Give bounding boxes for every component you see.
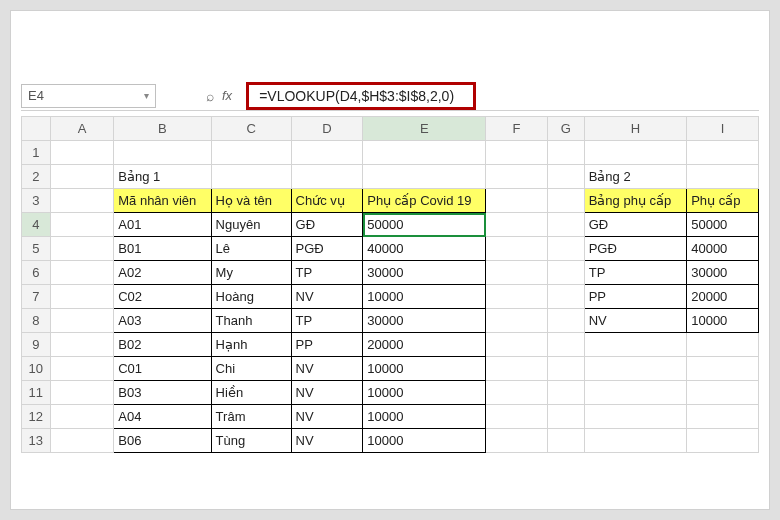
column-header-H[interactable]: H <box>584 117 687 141</box>
row-header-7[interactable]: 7 <box>22 285 51 309</box>
cell-F10[interactable] <box>486 357 548 381</box>
cell-A6[interactable] <box>50 261 114 285</box>
cell-B8[interactable]: A03 <box>114 309 211 333</box>
cell-C4[interactable]: Nguyên <box>211 213 291 237</box>
cell-B4[interactable]: A01 <box>114 213 211 237</box>
cell-E2[interactable] <box>363 165 486 189</box>
cell-I13[interactable] <box>687 429 759 453</box>
row-header-1[interactable]: 1 <box>22 141 51 165</box>
cell-C2[interactable] <box>211 165 291 189</box>
cell-A7[interactable] <box>50 285 114 309</box>
cell-D8[interactable]: TP <box>291 309 363 333</box>
select-all-corner[interactable] <box>22 117 51 141</box>
spreadsheet-grid[interactable]: ABCDEFGHI 12Bảng 1Bảng 23Mã nhân viênHọ … <box>21 116 759 499</box>
cell-G3[interactable] <box>547 189 584 213</box>
column-header-A[interactable]: A <box>50 117 114 141</box>
cell-H10[interactable] <box>584 357 687 381</box>
column-header-E[interactable]: E <box>363 117 486 141</box>
cell-H3[interactable]: Bảng phụ cấp <box>584 189 687 213</box>
cell-A10[interactable] <box>50 357 114 381</box>
cell-G5[interactable] <box>547 237 584 261</box>
row-header-9[interactable]: 9 <box>22 333 51 357</box>
row-header-12[interactable]: 12 <box>22 405 51 429</box>
row-header-11[interactable]: 11 <box>22 381 51 405</box>
cell-F13[interactable] <box>486 429 548 453</box>
cell-I1[interactable] <box>687 141 759 165</box>
cell-B5[interactable]: B01 <box>114 237 211 261</box>
cell-D13[interactable]: NV <box>291 429 363 453</box>
cell-C11[interactable]: Hiền <box>211 381 291 405</box>
cell-C9[interactable]: Hạnh <box>211 333 291 357</box>
row-header-13[interactable]: 13 <box>22 429 51 453</box>
cell-C13[interactable]: Tùng <box>211 429 291 453</box>
cell-C5[interactable]: Lê <box>211 237 291 261</box>
cell-E7[interactable]: 10000 <box>363 285 486 309</box>
cell-I11[interactable] <box>687 381 759 405</box>
cell-H2[interactable]: Bảng 2 <box>584 165 687 189</box>
zoom-icon[interactable]: ⌕ <box>206 88 214 104</box>
cell-D9[interactable]: PP <box>291 333 363 357</box>
cell-F3[interactable] <box>486 189 548 213</box>
cell-D4[interactable]: GĐ <box>291 213 363 237</box>
cell-F5[interactable] <box>486 237 548 261</box>
cell-B7[interactable]: C02 <box>114 285 211 309</box>
cell-G6[interactable] <box>547 261 584 285</box>
cell-F9[interactable] <box>486 333 548 357</box>
formula-input[interactable]: =VLOOKUP(D4,$H$3:$I$8,2,0) <box>246 82 476 110</box>
cell-D6[interactable]: TP <box>291 261 363 285</box>
cell-D7[interactable]: NV <box>291 285 363 309</box>
cell-B6[interactable]: A02 <box>114 261 211 285</box>
cell-G8[interactable] <box>547 309 584 333</box>
cell-F6[interactable] <box>486 261 548 285</box>
cell-E11[interactable]: 10000 <box>363 381 486 405</box>
row-header-6[interactable]: 6 <box>22 261 51 285</box>
cell-A9[interactable] <box>50 333 114 357</box>
cell-E9[interactable]: 20000 <box>363 333 486 357</box>
cell-I7[interactable]: 20000 <box>687 285 759 309</box>
column-header-G[interactable]: G <box>547 117 584 141</box>
row-header-10[interactable]: 10 <box>22 357 51 381</box>
cell-H1[interactable] <box>584 141 687 165</box>
cell-E10[interactable]: 10000 <box>363 357 486 381</box>
name-box[interactable]: E4 ▾ <box>21 84 156 108</box>
row-header-8[interactable]: 8 <box>22 309 51 333</box>
cell-D12[interactable]: NV <box>291 405 363 429</box>
cell-C12[interactable]: Trâm <box>211 405 291 429</box>
cell-G4[interactable] <box>547 213 584 237</box>
cell-D3[interactable]: Chức vụ <box>291 189 363 213</box>
cell-H4[interactable]: GĐ <box>584 213 687 237</box>
column-header-I[interactable]: I <box>687 117 759 141</box>
cell-I6[interactable]: 30000 <box>687 261 759 285</box>
cell-A2[interactable] <box>50 165 114 189</box>
cell-D11[interactable]: NV <box>291 381 363 405</box>
row-header-3[interactable]: 3 <box>22 189 51 213</box>
cell-F12[interactable] <box>486 405 548 429</box>
cell-A3[interactable] <box>50 189 114 213</box>
column-header-B[interactable]: B <box>114 117 211 141</box>
cell-G1[interactable] <box>547 141 584 165</box>
cell-C10[interactable]: Chi <box>211 357 291 381</box>
cell-G2[interactable] <box>547 165 584 189</box>
cell-H6[interactable]: TP <box>584 261 687 285</box>
cell-G9[interactable] <box>547 333 584 357</box>
cell-A13[interactable] <box>50 429 114 453</box>
cell-C1[interactable] <box>211 141 291 165</box>
fx-icon[interactable]: fx <box>222 88 232 103</box>
cell-A12[interactable] <box>50 405 114 429</box>
cell-H5[interactable]: PGĐ <box>584 237 687 261</box>
cell-C7[interactable]: Hoàng <box>211 285 291 309</box>
cell-I5[interactable]: 40000 <box>687 237 759 261</box>
cell-C3[interactable]: Họ và tên <box>211 189 291 213</box>
cell-B2[interactable]: Bảng 1 <box>114 165 211 189</box>
cell-I4[interactable]: 50000 <box>687 213 759 237</box>
cell-E3[interactable]: Phụ cấp Covid 19 <box>363 189 486 213</box>
cell-E12[interactable]: 10000 <box>363 405 486 429</box>
cell-H7[interactable]: PP <box>584 285 687 309</box>
cell-G11[interactable] <box>547 381 584 405</box>
cell-B12[interactable]: A04 <box>114 405 211 429</box>
cell-F4[interactable] <box>486 213 548 237</box>
row-header-4[interactable]: 4 <box>22 213 51 237</box>
cell-B9[interactable]: B02 <box>114 333 211 357</box>
cell-A5[interactable] <box>50 237 114 261</box>
cell-H12[interactable] <box>584 405 687 429</box>
